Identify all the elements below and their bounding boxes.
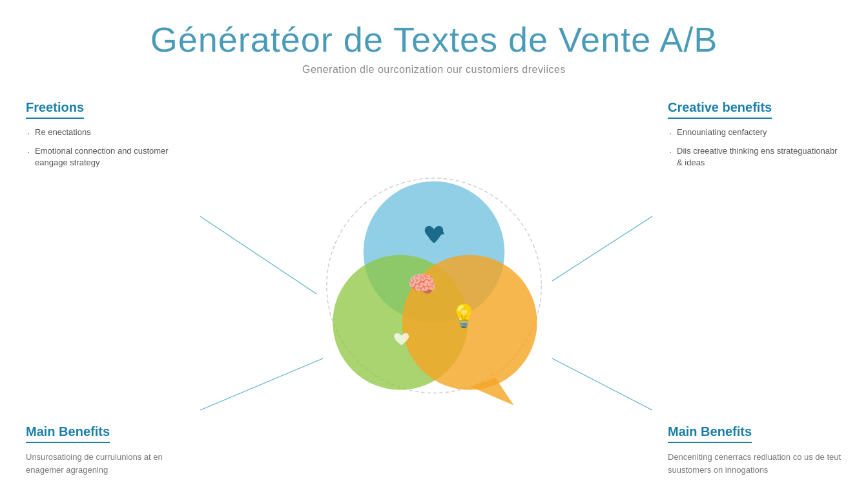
panel-main-benefits-right: Main Benefits Denceniting cenerracs redl… <box>668 424 842 477</box>
list-item: Ennouniating cenfactery <box>668 127 842 138</box>
list-item: Re enectations <box>26 127 200 138</box>
panel-freetions-title: Freetions <box>26 100 84 119</box>
panel-freetions-list: Re enectations Emotional connection and … <box>26 127 200 169</box>
list-item: Emotional connection and customer eangag… <box>26 145 200 169</box>
svg-text:🧠: 🧠 <box>408 269 437 297</box>
panel-freetions: Freetions Re enectations Emotional conne… <box>26 100 200 175</box>
panel-main-left-body: Unsurosatioing de currulunions at en ena… <box>26 451 200 477</box>
svg-text:💡: 💡 <box>450 303 478 329</box>
panel-creative-title: Creative benefits <box>668 100 772 119</box>
content-area: 🧠 💡 Freetions Re enectations Emotional c… <box>0 81 868 496</box>
panel-main-benefits-left: Main Benefits Unsurosatioing de currulun… <box>26 424 200 477</box>
list-item: Diis creeative thinking ens strateguatio… <box>668 145 842 169</box>
panel-main-right-body: Denceniting cenerracs redluation co us d… <box>668 451 842 477</box>
panel-creative-benefits: Creative benefits Ennouniating cenfacter… <box>668 100 842 175</box>
subtitle: Generation dle ourconization our customi… <box>150 64 718 76</box>
main-title: Génératéor de Textes de Vente A/B <box>150 21 718 59</box>
header: Génératéor de Textes de Vente A/B Genera… <box>150 0 718 76</box>
venn-diagram: 🧠 💡 <box>298 166 570 411</box>
page-container: Génératéor de Textes de Vente A/B Genera… <box>0 0 868 496</box>
panel-main-right-title: Main Benefits <box>668 424 752 443</box>
panel-creative-list: Ennouniating cenfactery Diis creeative t… <box>668 127 842 169</box>
panel-main-left-title: Main Benefits <box>26 424 110 443</box>
